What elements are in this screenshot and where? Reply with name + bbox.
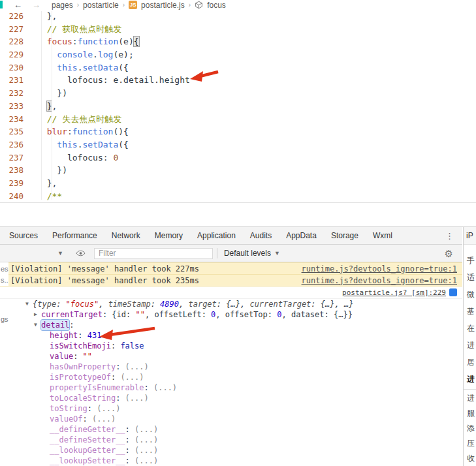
tree-row[interactable]: __defineGetter__: (...) <box>0 424 462 435</box>
gear-icon[interactable]: ⚙ <box>445 249 453 258</box>
code-text[interactable]: lofocus: e.detail.height <box>37 74 190 87</box>
tree-row[interactable]: value: "" <box>0 351 462 362</box>
code-text[interactable]: }, <box>37 10 57 23</box>
tree-row[interactable]: __lookupSetter__: (...) <box>0 456 462 466</box>
sidebar-item[interactable]: 在 <box>464 320 476 337</box>
tree-row[interactable]: __defineSetter__: (...) <box>0 435 462 445</box>
code-area[interactable]: 226 },227 // 获取焦点时触发228 focus:function(e… <box>0 10 476 202</box>
source-link[interactable]: postarticle.js? [sm]:229 <box>342 288 446 297</box>
tab-appdata[interactable]: AppData <box>279 227 324 245</box>
code-text[interactable]: // 失去焦点时触发 <box>37 113 121 126</box>
tab-performance[interactable]: Performance <box>45 227 104 245</box>
violation-source-link[interactable]: runtime.js?devtools_ignore=true:1 <box>302 276 457 285</box>
tree-row[interactable]: ▶currentTarget: {id: "", offsetLeft: 0, … <box>0 309 462 320</box>
overflow-menu-icon[interactable]: ⋮ <box>445 231 454 241</box>
tab-memory[interactable]: Memory <box>148 227 190 245</box>
sidebar-item[interactable]: 适 <box>464 269 476 286</box>
tab-audits[interactable]: Audits <box>243 227 279 245</box>
line-number[interactable]: 238 <box>0 164 24 177</box>
tree-row[interactable]: height: 431 <box>0 330 462 341</box>
breadcrumb-item-file[interactable]: postarticle.js <box>141 1 185 10</box>
token <box>37 50 57 59</box>
breadcrumb-item-pages[interactable]: pages <box>52 1 73 10</box>
tree-row[interactable]: __lookupGetter__: (...) <box>0 445 462 456</box>
tree-row[interactable]: ▼{type: "focus", timeStamp: 4890, target… <box>0 299 462 309</box>
tree-row[interactable]: isPrototypeOf: (...) <box>0 372 462 382</box>
sidebar-item[interactable]: 添 <box>464 421 476 436</box>
tree-row[interactable]: propertyIsEnumerable: (...) <box>0 382 462 393</box>
token: : <box>125 456 135 466</box>
token: : <box>87 403 97 414</box>
toolbar-divider <box>217 248 217 258</box>
disclosure-open-icon[interactable]: ▼ <box>34 320 41 330</box>
disclosure-open-icon[interactable]: ▼ <box>25 299 33 309</box>
sidebar-item[interactable]: 进 <box>464 371 476 388</box>
tree-row[interactable]: valueOf: (...) <box>0 414 462 424</box>
sidebar-item[interactable]: 进 <box>464 391 476 406</box>
code-text[interactable]: this.setData({ <box>37 61 129 74</box>
sidebar-item[interactable]: 居 <box>464 354 476 371</box>
forward-arrow-icon[interactable]: → <box>32 1 40 9</box>
token: hasOwnProperty <box>50 362 116 372</box>
tree-row[interactable]: ▼detail: <box>0 320 462 330</box>
breadcrumb-item-symbol[interactable]: focus <box>207 1 226 10</box>
line-number[interactable]: 237 <box>0 151 24 164</box>
back-arrow-icon[interactable]: ← <box>14 1 22 9</box>
context-dropdown-icon[interactable]: ▼ <box>57 250 63 256</box>
line-number[interactable]: 230 <box>0 61 24 74</box>
token: (){ <box>113 127 128 136</box>
line-number[interactable]: 231 <box>0 74 24 87</box>
code-text[interactable]: /** <box>37 190 62 203</box>
code-line: 238 }) <box>0 164 476 177</box>
line-number[interactable]: 239 <box>0 177 24 190</box>
line-number[interactable]: 234 <box>0 113 24 126</box>
line-number[interactable]: 235 <box>0 125 24 138</box>
token: (...) <box>135 435 158 445</box>
line-number[interactable]: 232 <box>0 87 24 100</box>
code-text[interactable]: }, <box>37 100 57 113</box>
line-number[interactable]: 233 <box>0 100 24 113</box>
code-text[interactable]: // 获取焦点时触发 <box>37 23 121 36</box>
sidebar-item[interactable]: 手 <box>464 252 476 269</box>
line-number[interactable]: 240 <box>0 190 24 203</box>
tab-sources[interactable]: Sources <box>2 227 45 245</box>
token: log <box>98 50 113 59</box>
code-text[interactable]: this.setData({ <box>37 138 129 151</box>
sourcemap-badge-icon[interactable] <box>449 288 457 296</box>
sidebar-item[interactable]: 基 <box>464 303 476 320</box>
token: blur <box>47 127 67 136</box>
eye-icon[interactable] <box>76 250 86 256</box>
line-number[interactable]: 229 <box>0 48 24 61</box>
violation-source-link[interactable]: runtime.js?devtools_ignore=true:1 <box>302 264 457 273</box>
sidebar-item[interactable]: 收 <box>464 451 476 466</box>
tab-network[interactable]: Network <box>104 227 148 245</box>
line-number[interactable]: 226 <box>0 10 24 23</box>
breadcrumb-item-postarticle[interactable]: postarticle <box>83 1 119 10</box>
tree-row[interactable]: hasOwnProperty: (...) <box>0 362 462 372</box>
token: (...) <box>135 445 158 456</box>
tab-storage[interactable]: Storage <box>324 227 366 245</box>
line-number[interactable]: 236 <box>0 138 24 151</box>
tree-row[interactable]: toString: (...) <box>0 403 462 414</box>
sidebar-item[interactable]: 微 <box>464 286 476 303</box>
device-label[interactable]: iP <box>464 227 476 245</box>
line-number[interactable]: 228 <box>0 35 24 48</box>
code-text[interactable]: }, <box>37 177 57 190</box>
tree-row[interactable]: isSwitchEmoji: false <box>0 341 462 351</box>
code-text[interactable]: lofocus: 0 <box>37 151 118 164</box>
disclosure-closed-icon[interactable]: ▶ <box>34 309 41 320</box>
tab-wxml[interactable]: Wxml <box>366 227 400 245</box>
log-levels-dropdown[interactable]: Default levels <box>224 249 271 258</box>
sidebar-item[interactable]: 服 <box>464 406 476 421</box>
tab-application[interactable]: Application <box>190 227 243 245</box>
sidebar-item[interactable]: 进 <box>464 337 476 354</box>
token: isPrototypeOf <box>50 372 111 382</box>
filter-input[interactable]: Filter <box>94 248 213 259</box>
token: : <box>144 382 153 393</box>
sidebar-item[interactable]: 压 <box>464 436 476 451</box>
line-number[interactable]: 227 <box>0 23 24 36</box>
token: , <box>179 299 188 309</box>
code-text[interactable]: blur:function(){ <box>37 125 129 138</box>
tree-row[interactable]: toLocaleString: (...) <box>0 393 462 403</box>
log-source-row: postarticle.js? [sm]:229 <box>0 287 462 299</box>
